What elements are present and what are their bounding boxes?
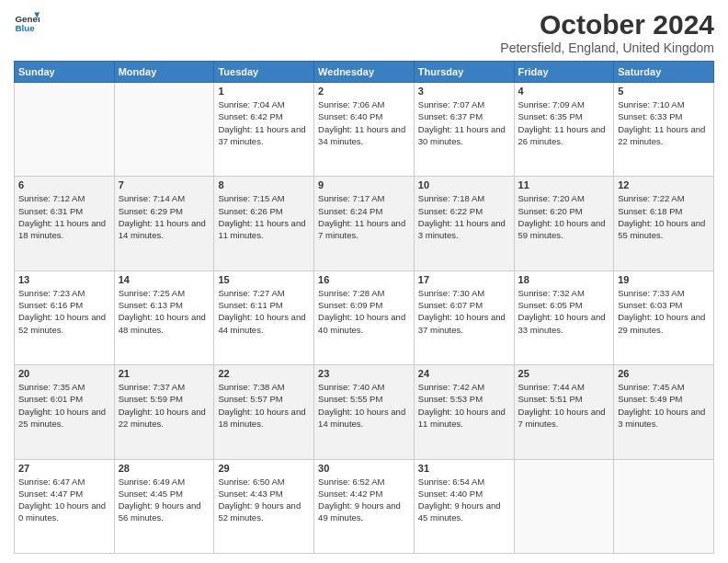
day-number: 6 [18, 179, 110, 190]
day-info: Sunrise: 7:17 AM Sunset: 6:24 PM Dayligh… [318, 192, 410, 241]
day-info: Sunrise: 7:18 AM Sunset: 6:22 PM Dayligh… [418, 192, 510, 241]
table-row [114, 83, 214, 177]
day-number: 10 [418, 179, 510, 190]
day-number: 8 [218, 179, 310, 190]
day-number: 1 [218, 86, 310, 97]
header-row: Sunday Monday Tuesday Wednesday Thursday… [15, 62, 714, 83]
table-row: 31Sunrise: 6:54 AM Sunset: 4:40 PM Dayli… [414, 459, 514, 553]
day-info: Sunrise: 7:28 AM Sunset: 6:09 PM Dayligh… [318, 287, 410, 336]
day-info: Sunrise: 7:04 AM Sunset: 6:42 PM Dayligh… [218, 98, 310, 147]
table-row: 13Sunrise: 7:23 AM Sunset: 6:16 PM Dayli… [15, 270, 115, 364]
day-info: Sunrise: 6:49 AM Sunset: 4:45 PM Dayligh… [119, 476, 210, 524]
title-block: October 2024 Petersfield, England, Unite… [500, 9, 714, 55]
day-info: Sunrise: 7:40 AM Sunset: 5:55 PM Dayligh… [318, 381, 410, 430]
day-number: 15 [218, 274, 310, 285]
table-row [514, 459, 614, 553]
table-row: 25Sunrise: 7:44 AM Sunset: 5:51 PM Dayli… [514, 365, 614, 459]
table-row: 20Sunrise: 7:35 AM Sunset: 6:01 PM Dayli… [15, 365, 115, 459]
page: General Blue October 2024 Petersfield, E… [0, 0, 728, 563]
day-number: 3 [418, 86, 510, 97]
table-row: 7Sunrise: 7:14 AM Sunset: 6:29 PM Daylig… [114, 177, 214, 270]
day-number: 14 [119, 274, 210, 285]
day-info: Sunrise: 7:25 AM Sunset: 6:13 PM Dayligh… [119, 287, 210, 336]
table-row: 12Sunrise: 7:22 AM Sunset: 6:18 PM Dayli… [614, 177, 714, 270]
table-row: 18Sunrise: 7:32 AM Sunset: 6:05 PM Dayli… [514, 270, 614, 364]
day-info: Sunrise: 7:14 AM Sunset: 6:29 PM Dayligh… [119, 192, 210, 241]
col-tuesday: Tuesday [214, 62, 314, 83]
calendar-week-row: 27Sunrise: 6:47 AM Sunset: 4:47 PM Dayli… [15, 459, 714, 553]
day-info: Sunrise: 7:10 AM Sunset: 6:33 PM Dayligh… [618, 98, 710, 147]
day-info: Sunrise: 7:07 AM Sunset: 6:37 PM Dayligh… [418, 98, 510, 147]
day-number: 19 [618, 274, 710, 285]
table-row: 24Sunrise: 7:42 AM Sunset: 5:53 PM Dayli… [414, 365, 514, 459]
day-info: Sunrise: 7:45 AM Sunset: 5:49 PM Dayligh… [618, 381, 710, 430]
calendar-header: Sunday Monday Tuesday Wednesday Thursday… [15, 62, 714, 83]
subtitle: Petersfield, England, United Kingdom [500, 40, 714, 55]
day-info: Sunrise: 7:22 AM Sunset: 6:18 PM Dayligh… [618, 192, 710, 241]
day-number: 30 [318, 463, 410, 474]
table-row: 6Sunrise: 7:12 AM Sunset: 6:31 PM Daylig… [15, 177, 115, 270]
col-sunday: Sunday [15, 62, 115, 83]
day-info: Sunrise: 7:15 AM Sunset: 6:26 PM Dayligh… [218, 192, 310, 241]
table-row: 19Sunrise: 7:33 AM Sunset: 6:03 PM Dayli… [614, 270, 714, 364]
day-number: 21 [119, 368, 210, 379]
table-row: 10Sunrise: 7:18 AM Sunset: 6:22 PM Dayli… [414, 177, 514, 270]
table-row: 2Sunrise: 7:06 AM Sunset: 6:40 PM Daylig… [314, 83, 415, 177]
day-number: 11 [518, 179, 610, 190]
table-row: 22Sunrise: 7:38 AM Sunset: 5:57 PM Dayli… [214, 365, 314, 459]
day-number: 27 [18, 463, 110, 474]
day-number: 23 [318, 368, 410, 379]
table-row [614, 459, 714, 553]
day-info: Sunrise: 7:30 AM Sunset: 6:07 PM Dayligh… [418, 287, 510, 336]
day-number: 16 [318, 274, 410, 285]
day-number: 7 [119, 179, 210, 190]
day-info: Sunrise: 6:54 AM Sunset: 4:40 PM Dayligh… [418, 476, 510, 524]
table-row [15, 83, 115, 177]
table-row: 9Sunrise: 7:17 AM Sunset: 6:24 PM Daylig… [314, 177, 415, 270]
day-info: Sunrise: 7:27 AM Sunset: 6:11 PM Dayligh… [218, 287, 310, 336]
table-row: 23Sunrise: 7:40 AM Sunset: 5:55 PM Dayli… [314, 365, 415, 459]
col-wednesday: Wednesday [314, 62, 415, 83]
col-thursday: Thursday [414, 62, 514, 83]
day-number: 12 [618, 179, 710, 190]
table-row: 8Sunrise: 7:15 AM Sunset: 6:26 PM Daylig… [214, 177, 314, 270]
day-number: 22 [218, 368, 310, 379]
table-row: 26Sunrise: 7:45 AM Sunset: 5:49 PM Dayli… [614, 365, 714, 459]
col-monday: Monday [114, 62, 214, 83]
day-number: 9 [318, 179, 410, 190]
day-number: 4 [518, 86, 610, 97]
table-row: 27Sunrise: 6:47 AM Sunset: 4:47 PM Dayli… [15, 459, 115, 553]
day-number: 26 [618, 368, 710, 379]
logo-icon: General Blue [14, 9, 40, 35]
day-info: Sunrise: 7:23 AM Sunset: 6:16 PM Dayligh… [18, 287, 110, 336]
day-info: Sunrise: 7:12 AM Sunset: 6:31 PM Dayligh… [18, 192, 110, 241]
day-info: Sunrise: 6:52 AM Sunset: 4:42 PM Dayligh… [318, 476, 410, 524]
day-info: Sunrise: 6:47 AM Sunset: 4:47 PM Dayligh… [18, 476, 110, 524]
col-friday: Friday [514, 62, 614, 83]
table-row: 14Sunrise: 7:25 AM Sunset: 6:13 PM Dayli… [114, 270, 214, 364]
day-info: Sunrise: 7:37 AM Sunset: 5:59 PM Dayligh… [119, 381, 210, 430]
day-number: 28 [119, 463, 210, 474]
table-row: 1Sunrise: 7:04 AM Sunset: 6:42 PM Daylig… [214, 83, 314, 177]
day-number: 5 [618, 86, 710, 97]
table-row: 4Sunrise: 7:09 AM Sunset: 6:35 PM Daylig… [514, 83, 614, 177]
table-row: 5Sunrise: 7:10 AM Sunset: 6:33 PM Daylig… [614, 83, 714, 177]
table-row: 21Sunrise: 7:37 AM Sunset: 5:59 PM Dayli… [114, 365, 214, 459]
col-saturday: Saturday [614, 62, 714, 83]
calendar-week-row: 1Sunrise: 7:04 AM Sunset: 6:42 PM Daylig… [15, 83, 714, 177]
day-info: Sunrise: 6:50 AM Sunset: 4:43 PM Dayligh… [218, 476, 310, 524]
svg-text:Blue: Blue [15, 23, 35, 33]
table-row: 30Sunrise: 6:52 AM Sunset: 4:42 PM Dayli… [314, 459, 415, 553]
day-info: Sunrise: 7:06 AM Sunset: 6:40 PM Dayligh… [318, 98, 410, 147]
day-number: 20 [18, 368, 110, 379]
calendar-week-row: 20Sunrise: 7:35 AM Sunset: 6:01 PM Dayli… [15, 365, 714, 459]
table-row: 29Sunrise: 6:50 AM Sunset: 4:43 PM Dayli… [214, 459, 314, 553]
day-info: Sunrise: 7:38 AM Sunset: 5:57 PM Dayligh… [218, 381, 310, 430]
calendar-week-row: 13Sunrise: 7:23 AM Sunset: 6:16 PM Dayli… [15, 270, 714, 364]
table-row: 17Sunrise: 7:30 AM Sunset: 6:07 PM Dayli… [414, 270, 514, 364]
main-title: October 2024 [500, 9, 714, 40]
day-number: 2 [318, 86, 410, 97]
day-number: 24 [418, 368, 510, 379]
day-number: 17 [418, 274, 510, 285]
header: General Blue October 2024 Petersfield, E… [14, 9, 714, 55]
